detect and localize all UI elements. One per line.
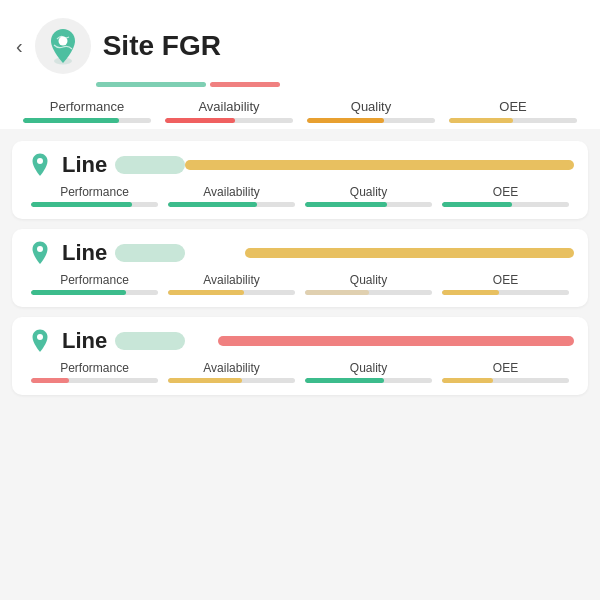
line-0-metric-label-3: OEE: [493, 185, 518, 199]
line-1-progress-wrap-1: [168, 290, 294, 295]
line-2-progress-fill-3: [442, 378, 492, 383]
line-2-progress-fill-0: [31, 378, 69, 383]
line-0-metric-0: Performance: [26, 185, 163, 207]
site-header: ‹ Site FGR Performance Availabi: [0, 0, 600, 129]
line-2-metric-0: Performance: [26, 361, 163, 383]
line-0-progress-fill-2: [305, 202, 387, 207]
site-icon: [35, 18, 91, 74]
line-2-metric-label-0: Performance: [60, 361, 129, 375]
line-icon-2: [26, 327, 54, 355]
line-0-progress-fill-1: [168, 202, 256, 207]
metric-availability: Availability: [158, 99, 300, 129]
line-badge-2: [115, 332, 185, 350]
line-icon-1: [26, 239, 54, 267]
line-0-progress-fill-3: [442, 202, 511, 207]
line-1-progress-fill-0: [31, 290, 126, 295]
header-metrics: Performance Availability Quality OEE: [16, 91, 584, 129]
line-0-metric-label-0: Performance: [60, 185, 129, 199]
line-2-metric-3: OEE: [437, 361, 574, 383]
line-2-metric-label-1: Availability: [203, 361, 259, 375]
line-badge-0: [115, 156, 185, 174]
header-top: ‹ Site FGR: [16, 18, 584, 74]
line-title-1: Line: [62, 240, 107, 266]
line-1-progress-wrap-2: [305, 290, 431, 295]
line-1-metric-label-0: Performance: [60, 273, 129, 287]
line-metrics-row-0: PerformanceAvailabilityQualityOEE: [26, 185, 574, 207]
line-card-1[interactable]: LinePerformanceAvailabilityQualityOEE: [12, 229, 588, 307]
line-card-2[interactable]: LinePerformanceAvailabilityQualityOEE: [12, 317, 588, 395]
line-1-metric-1: Availability: [163, 273, 300, 295]
line-0-metric-3: OEE: [437, 185, 574, 207]
line-0-metric-1: Availability: [163, 185, 300, 207]
metric-availability-bar: [165, 118, 293, 123]
line-header-0: Line: [26, 151, 574, 179]
metric-availability-label: Availability: [198, 99, 259, 114]
line-icon-0: [26, 151, 54, 179]
line-oee-bar-1: [245, 248, 574, 258]
svg-point-4: [37, 334, 43, 340]
line-oee-bar-0: [185, 160, 574, 170]
line-2-progress-fill-2: [305, 378, 383, 383]
line-2-progress-wrap-2: [305, 378, 431, 383]
metric-performance-bar: [23, 118, 151, 123]
back-button[interactable]: ‹: [16, 36, 23, 56]
header-bar-perf: [96, 82, 206, 87]
svg-point-2: [37, 158, 43, 164]
metric-performance-fill: [23, 118, 119, 123]
line-header-left-2: Line: [26, 327, 185, 355]
line-2-metric-1: Availability: [163, 361, 300, 383]
line-header-left-1: Line: [26, 239, 185, 267]
line-1-metric-label-3: OEE: [493, 273, 518, 287]
line-1-progress-wrap-0: [31, 290, 157, 295]
metric-oee: OEE: [442, 99, 584, 129]
line-1-metric-0: Performance: [26, 273, 163, 295]
line-2-progress-wrap-3: [442, 378, 568, 383]
line-metrics-row-2: PerformanceAvailabilityQualityOEE: [26, 361, 574, 383]
metric-availability-fill: [165, 118, 235, 123]
line-1-metric-label-2: Quality: [350, 273, 387, 287]
line-2-metric-label-2: Quality: [350, 361, 387, 375]
line-card-0[interactable]: LinePerformanceAvailabilityQualityOEE: [12, 141, 588, 219]
metric-oee-bar: [449, 118, 577, 123]
line-title-2: Line: [62, 328, 107, 354]
line-1-progress-fill-1: [168, 290, 244, 295]
line-0-metric-label-2: Quality: [350, 185, 387, 199]
line-2-metric-label-3: OEE: [493, 361, 518, 375]
metric-quality-fill: [307, 118, 384, 123]
metric-oee-label: OEE: [499, 99, 526, 114]
line-2-progress-fill-1: [168, 378, 241, 383]
line-0-metric-label-1: Availability: [203, 185, 259, 199]
metric-oee-fill: [449, 118, 513, 123]
metric-performance-label: Performance: [50, 99, 124, 114]
line-2-metric-2: Quality: [300, 361, 437, 383]
line-1-progress-fill-3: [442, 290, 499, 295]
metric-quality-label: Quality: [351, 99, 391, 114]
line-header-2: Line: [26, 327, 574, 355]
line-0-progress-wrap-0: [31, 202, 157, 207]
line-1-progress-wrap-3: [442, 290, 568, 295]
line-2-progress-wrap-0: [31, 378, 157, 383]
line-header-left-0: Line: [26, 151, 185, 179]
site-title: Site FGR: [103, 30, 221, 62]
line-1-progress-fill-2: [305, 290, 368, 295]
line-1-metric-2: Quality: [300, 273, 437, 295]
line-oee-bar-2: [218, 336, 574, 346]
metric-quality: Quality: [300, 99, 442, 129]
line-2-progress-wrap-1: [168, 378, 294, 383]
line-0-progress-wrap-2: [305, 202, 431, 207]
line-cards-container: LinePerformanceAvailabilityQualityOEE Li…: [0, 129, 600, 407]
line-1-metric-3: OEE: [437, 273, 574, 295]
line-0-progress-fill-0: [31, 202, 132, 207]
header-bar-avail: [210, 82, 280, 87]
line-0-metric-2: Quality: [300, 185, 437, 207]
line-metrics-row-1: PerformanceAvailabilityQualityOEE: [26, 273, 574, 295]
metric-performance: Performance: [16, 99, 158, 129]
header-bars: [96, 82, 584, 87]
metric-quality-bar: [307, 118, 435, 123]
line-0-progress-wrap-3: [442, 202, 568, 207]
line-badge-1: [115, 244, 185, 262]
line-0-progress-wrap-1: [168, 202, 294, 207]
svg-point-3: [37, 246, 43, 252]
line-1-metric-label-1: Availability: [203, 273, 259, 287]
line-header-1: Line: [26, 239, 574, 267]
